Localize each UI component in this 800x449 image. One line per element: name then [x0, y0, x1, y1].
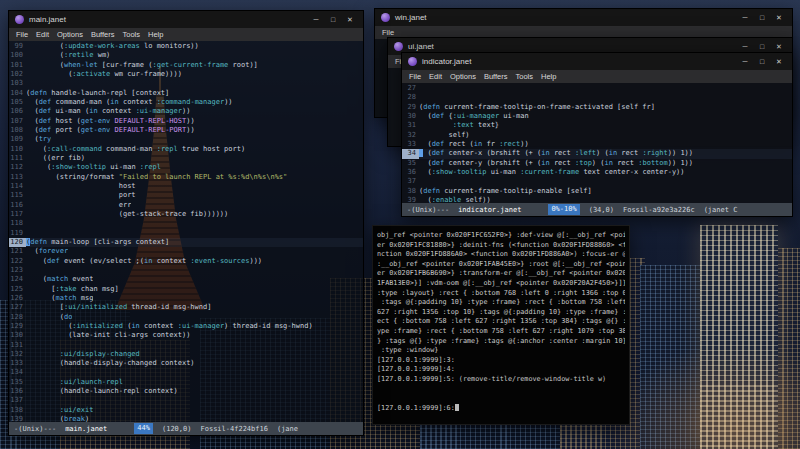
- code-line[interactable]: 34 (def center-x (brshift (+ (in rect :l…: [402, 149, 792, 158]
- code-line[interactable]: 32 self): [402, 131, 792, 140]
- minimize-button[interactable]: ─: [309, 11, 323, 28]
- emacs-icon: [394, 42, 403, 51]
- code-line[interactable]: 106 (def ui-man (in context :ui-manager)…: [9, 107, 363, 116]
- close-button[interactable]: ✕: [772, 53, 786, 70]
- menu-item[interactable]: Edit: [32, 30, 53, 39]
- line-number: 132: [9, 350, 26, 359]
- minimize-button[interactable]: ─: [738, 53, 752, 70]
- menu-item[interactable]: Help: [537, 72, 560, 81]
- menu-item[interactable]: Help: [144, 30, 167, 39]
- code-line[interactable]: 127 [:ui/initialized thread-id msg-hwnd]: [9, 303, 363, 312]
- code-line[interactable]: 123: [9, 266, 363, 275]
- code-line[interactable]: 134: [9, 368, 363, 377]
- code-line[interactable]: 136 (handle-launch-repl context): [9, 387, 363, 396]
- repl-line: 627 :right 1356 :top 10} :tags @{:paddin…: [377, 308, 625, 318]
- code-line[interactable]: 99 (:update-work-areas lo monitors)): [9, 42, 363, 51]
- code-line[interactable]: 120 (defn main-loop [cli-args context]: [9, 238, 363, 247]
- line-text: [:ui/initialized thread-id msg-hwnd]: [26, 303, 211, 312]
- code-line[interactable]: 131: [9, 341, 363, 350]
- code-line[interactable]: 35 (def center-y (brshift (+ (in rect :t…: [402, 159, 792, 168]
- menu-item[interactable]: Edit: [425, 72, 446, 81]
- maximize-button[interactable]: □: [326, 11, 340, 28]
- code-line[interactable]: 31 :text text}: [402, 121, 792, 130]
- code-line[interactable]: 113 (string/format "Failed to launch REP…: [9, 173, 363, 182]
- line-text: :ui/display-changed: [26, 350, 140, 359]
- menu-item[interactable]: Buffers: [480, 72, 512, 81]
- menu-item[interactable]: Tools: [119, 30, 145, 39]
- minimize-button[interactable]: ─: [738, 9, 752, 26]
- line-number: 32: [402, 131, 419, 140]
- line-text: (def center-x (brshift (+ (in rect :left…: [419, 149, 693, 158]
- code-line[interactable]: 126 (match msg: [9, 294, 363, 303]
- code-line[interactable]: 125 [:take chan msg]: [9, 285, 363, 294]
- code-line[interactable]: 137: [9, 396, 363, 405]
- line-number: 134: [9, 368, 26, 377]
- code-line[interactable]: 109 (try: [9, 135, 363, 144]
- code-line[interactable]: 33 (def rect (in fr :rect)): [402, 140, 792, 149]
- code-line[interactable]: 38 (defn current-frame-tooltip-enable [s…: [402, 187, 792, 196]
- menu-item[interactable]: Tools: [512, 72, 538, 81]
- code-line[interactable]: 111 ((err fib): [9, 154, 363, 163]
- code-line[interactable]: 128 (do: [9, 313, 363, 322]
- code-line[interactable]: 118: [9, 219, 363, 228]
- code-line[interactable]: 105 (def command-man (in context :comman…: [9, 98, 363, 107]
- code-line[interactable]: 30 (def {:ui-manager ui-man: [402, 112, 792, 121]
- line-number: 35: [402, 159, 419, 168]
- maximize-button[interactable]: □: [755, 9, 769, 26]
- line-text: [:take chan msg]: [26, 285, 119, 294]
- code-line[interactable]: 124 (match event: [9, 275, 363, 284]
- code-line[interactable]: 36 (:show-tooltip ui-man :current-frame …: [402, 168, 792, 177]
- code-line[interactable]: 114 host: [9, 182, 363, 191]
- line-number: 137: [9, 396, 26, 405]
- code-line[interactable]: 112 (:show-tooltip ui-man :repl: [9, 163, 363, 172]
- status-position-badge: 0%-10%: [548, 204, 579, 215]
- code-line[interactable]: 130 (late-init cli-args context)): [9, 331, 363, 340]
- code-line[interactable]: 101 (when-let [cur-frame (:get-current-f…: [9, 61, 363, 70]
- code-line[interactable]: 122 (def event (ev/select ;(in context :…: [9, 257, 363, 266]
- code-line[interactable]: 139 (break): [9, 415, 363, 422]
- menu-item[interactable]: Options: [53, 30, 87, 39]
- code-line[interactable]: 37: [402, 177, 792, 186]
- code-line[interactable]: 28: [402, 93, 792, 102]
- titlebar[interactable]: main.janet ─ □ ✕: [9, 11, 363, 28]
- code-line[interactable]: 104 (defn handle-launch-repl [context]: [9, 89, 363, 98]
- line-number: 125: [9, 285, 26, 294]
- code-line[interactable]: 133 (handle-display-changed context): [9, 359, 363, 368]
- menu-item[interactable]: Buffers: [87, 30, 119, 39]
- close-button[interactable]: ✕: [772, 9, 786, 26]
- code-line[interactable]: 135 :ui/launch-repl: [9, 378, 363, 387]
- maximize-button[interactable]: □: [755, 53, 769, 70]
- code-line[interactable]: 39 (:enable self)): [402, 196, 792, 203]
- code-line[interactable]: 119: [9, 229, 363, 238]
- line-text: (string/format "Failed to launch REPL at…: [26, 173, 287, 182]
- menu-item[interactable]: File: [12, 30, 32, 39]
- line-number: 106: [9, 107, 26, 116]
- code-line[interactable]: 138 :ui/exit: [9, 406, 363, 415]
- code-line[interactable]: 27: [402, 84, 792, 93]
- code-line[interactable]: 117 (get-stack-trace fib)))))): [9, 210, 363, 219]
- code-line[interactable]: 132 :ui/display-changed: [9, 350, 363, 359]
- code-line[interactable]: 108 (def port (get-env DEFAULT-REPL-PORT…: [9, 126, 363, 135]
- code-line[interactable]: 129 (:initialized (in context :ui-manage…: [9, 322, 363, 331]
- code-line[interactable]: 116 err: [9, 201, 363, 210]
- close-button[interactable]: ✕: [343, 11, 357, 28]
- menu-item[interactable]: File: [405, 72, 425, 81]
- window-title: win.janet: [395, 13, 427, 22]
- code-line[interactable]: 100 (:retile wm): [9, 51, 363, 60]
- code-line[interactable]: 102 (:activate wm cur-frame)))): [9, 70, 363, 79]
- menu-item[interactable]: Options: [446, 72, 480, 81]
- editor-buffer[interactable]: 99 (:update-work-areas lo monitors)) 100…: [9, 41, 363, 422]
- code-line[interactable]: 107 (def host (get-env DEFAULT-REPL-HOST…: [9, 117, 363, 126]
- code-line[interactable]: 29 (defn current-frame-tooltip-on-frame-…: [402, 103, 792, 112]
- editor-buffer[interactable]: 27 28 29 (defn current-frame-tooltip-on-…: [402, 83, 792, 203]
- code-area: 27 28 29 (defn current-frame-tooltip-on-…: [402, 83, 792, 203]
- titlebar[interactable]: indicator.janet ─ □ ✕: [402, 53, 792, 70]
- line-number: 133: [9, 359, 26, 368]
- menu-item[interactable]: File: [378, 28, 398, 37]
- titlebar[interactable]: win.janet ─ □ ✕: [375, 9, 792, 26]
- code-line[interactable]: 121 (forever: [9, 247, 363, 256]
- code-line[interactable]: 115 port: [9, 191, 363, 200]
- code-line[interactable]: 110 (:call-command command-man :repl tru…: [9, 145, 363, 154]
- repl-window[interactable]: obj_ref <pointer 0x020F1FC652F0>} :def-v…: [372, 225, 630, 425]
- code-line[interactable]: 103: [9, 79, 363, 88]
